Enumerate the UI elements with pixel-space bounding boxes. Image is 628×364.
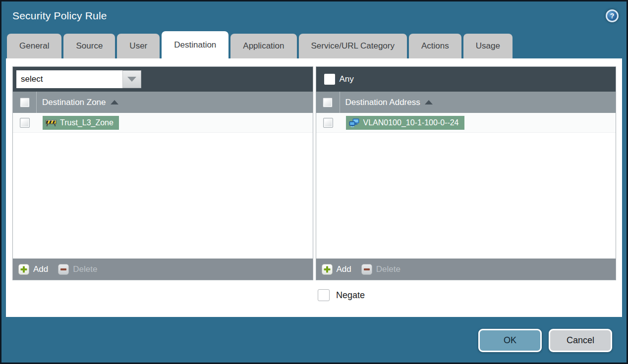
zone-select-combo — [16, 70, 141, 88]
tab-application[interactable]: Application — [230, 34, 296, 58]
address-icon — [349, 118, 360, 127]
sort-ascending-icon — [425, 100, 433, 104]
address-column-header-row: Destination Address — [316, 92, 616, 113]
address-add-label: Add — [337, 264, 351, 274]
row-checkbox[interactable] — [20, 118, 30, 128]
zone-list: Trust_L3_Zone — [13, 113, 313, 259]
cancel-button[interactable]: Cancel — [549, 329, 612, 352]
sort-ascending-icon — [111, 100, 118, 104]
tab-general[interactable]: General — [7, 34, 61, 58]
address-panel-topbar: Any — [316, 67, 616, 92]
negate-label: Negate — [336, 290, 365, 301]
chevron-down-icon — [127, 77, 136, 82]
address-chip[interactable]: VLAN0100_10-1-100-0--24 — [346, 116, 464, 130]
zone-chip[interactable]: Trust_L3_Zone — [43, 116, 119, 130]
tab-destination[interactable]: Destination — [162, 31, 228, 58]
zone-panel-toolbar: Add Delete — [13, 259, 313, 280]
delete-icon — [58, 264, 69, 275]
zone-select-input[interactable] — [16, 70, 122, 88]
address-delete-label: Delete — [376, 264, 400, 274]
negate-checkbox[interactable] — [318, 289, 330, 301]
zone-column-header-row: Destination Zone — [13, 92, 313, 113]
zone-delete-label: Delete — [73, 264, 97, 274]
tab-bar: General Source User Destination Applicat… — [1, 30, 627, 58]
add-icon — [322, 264, 333, 275]
tab-usage[interactable]: Usage — [463, 34, 513, 58]
any-label: Any — [340, 74, 354, 84]
zone-add-label: Add — [33, 264, 48, 274]
destination-zone-panel: Destination Zone — [12, 66, 313, 280]
zone-panel-topbar — [13, 67, 313, 92]
tab-user[interactable]: User — [117, 34, 160, 58]
address-add-button[interactable]: Add — [322, 264, 351, 275]
destination-address-panel: Any Destination Address — [316, 66, 617, 280]
address-panel-toolbar: Add Delete — [316, 259, 616, 280]
tab-actions[interactable]: Actions — [409, 34, 461, 58]
zone-chip-label: Trust_L3_Zone — [60, 118, 114, 127]
negate-row: Negate — [318, 289, 616, 301]
zone-select-all-checkbox[interactable] — [20, 98, 30, 107]
ok-button[interactable]: OK — [478, 329, 542, 352]
address-delete-button[interactable]: Delete — [361, 264, 400, 275]
zone-delete-button[interactable]: Delete — [58, 264, 97, 275]
address-chip-label: VLAN0100_10-1-100-0--24 — [363, 118, 459, 127]
add-icon — [18, 264, 29, 275]
page-title: Security Policy Rule — [12, 10, 107, 22]
table-row[interactable]: VLAN0100_10-1-100-0--24 — [316, 113, 616, 133]
dialog-footer: OK Cancel — [1, 317, 627, 363]
address-list: VLAN0100_10-1-100-0--24 — [316, 113, 616, 259]
address-select-all-checkbox[interactable] — [323, 98, 333, 107]
row-checkbox[interactable] — [323, 118, 333, 128]
security-policy-rule-dialog: Security Policy Rule ? General Source Us… — [0, 0, 628, 364]
delete-icon — [361, 264, 372, 275]
tab-source[interactable]: Source — [63, 34, 115, 58]
any-checkbox[interactable] — [324, 74, 335, 85]
zone-add-button[interactable]: Add — [18, 264, 48, 275]
table-row[interactable]: Trust_L3_Zone — [13, 113, 313, 133]
dialog-titlebar: Security Policy Rule ? — [1, 1, 627, 30]
zone-icon — [46, 119, 57, 127]
tab-content-destination: Destination Zone — [6, 58, 622, 317]
help-glyph: ? — [610, 12, 615, 20]
zone-select-dropdown-button[interactable] — [122, 70, 141, 88]
tab-service-url-category[interactable]: Service/URL Category — [299, 34, 407, 58]
help-icon[interactable]: ? — [606, 9, 619, 22]
address-column-header[interactable]: Destination Address — [340, 98, 420, 107]
zone-column-header[interactable]: Destination Zone — [37, 98, 106, 107]
